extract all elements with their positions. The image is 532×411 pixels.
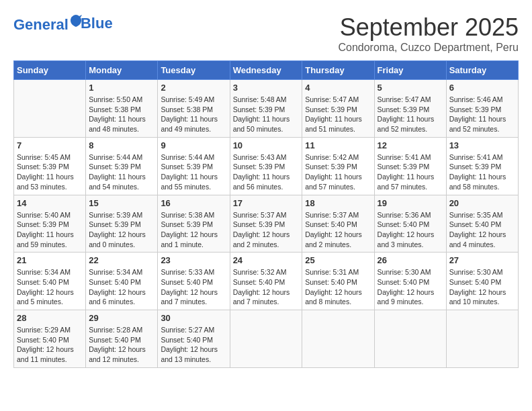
header-row: SundayMondayTuesdayWednesdayThursdayFrid… — [14, 61, 519, 80]
day-header-wednesday: Wednesday — [230, 61, 302, 80]
calendar-cell: 22Sunrise: 5:34 AM Sunset: 5:40 PM Dayli… — [86, 253, 158, 310]
calendar-cell: 18Sunrise: 5:37 AM Sunset: 5:40 PM Dayli… — [302, 195, 374, 253]
day-number: 21 — [17, 255, 83, 265]
location: Condoroma, Cuzco Department, Peru — [338, 42, 519, 54]
day-info: Sunrise: 5:45 AM Sunset: 5:39 PM Dayligh… — [17, 152, 83, 192]
calendar-cell: 26Sunrise: 5:30 AM Sunset: 5:40 PM Dayli… — [374, 253, 446, 310]
day-info: Sunrise: 5:36 AM Sunset: 5:40 PM Dayligh… — [378, 210, 443, 250]
day-number: 29 — [89, 313, 154, 323]
day-header-thursday: Thursday — [302, 61, 374, 80]
day-header-sunday: Sunday — [14, 61, 86, 80]
calendar-cell: 25Sunrise: 5:31 AM Sunset: 5:40 PM Dayli… — [302, 253, 374, 310]
day-number: 23 — [161, 255, 226, 265]
calendar-cell — [14, 80, 86, 138]
title-area: September 2025 Condoroma, Cuzco Departme… — [338, 13, 519, 54]
day-number: 3 — [233, 83, 300, 93]
calendar-cell: 6Sunrise: 5:46 AM Sunset: 5:39 PM Daylig… — [446, 80, 518, 138]
day-info: Sunrise: 5:27 AM Sunset: 5:40 PM Dayligh… — [161, 325, 226, 365]
day-number: 10 — [233, 140, 300, 150]
day-info: Sunrise: 5:35 AM Sunset: 5:40 PM Dayligh… — [449, 210, 515, 250]
day-info: Sunrise: 5:43 AM Sunset: 5:39 PM Dayligh… — [233, 152, 300, 192]
calendar-cell: 29Sunrise: 5:28 AM Sunset: 5:40 PM Dayli… — [86, 310, 158, 368]
day-number: 5 — [378, 83, 443, 93]
week-row: 1Sunrise: 5:50 AM Sunset: 5:38 PM Daylig… — [14, 80, 519, 138]
calendar-cell: 5Sunrise: 5:47 AM Sunset: 5:39 PM Daylig… — [374, 80, 446, 138]
calendar-cell: 24Sunrise: 5:32 AM Sunset: 5:40 PM Dayli… — [230, 253, 302, 310]
day-number: 6 — [449, 83, 515, 93]
day-info: Sunrise: 5:46 AM Sunset: 5:39 PM Dayligh… — [449, 95, 515, 134]
week-row: 28Sunrise: 5:29 AM Sunset: 5:40 PM Dayli… — [14, 310, 519, 368]
calendar-cell: 23Sunrise: 5:33 AM Sunset: 5:40 PM Dayli… — [158, 253, 230, 310]
day-header-tuesday: Tuesday — [158, 61, 230, 80]
day-info: Sunrise: 5:37 AM Sunset: 5:40 PM Dayligh… — [305, 210, 371, 250]
calendar-cell: 11Sunrise: 5:42 AM Sunset: 5:39 PM Dayli… — [302, 137, 374, 195]
day-info: Sunrise: 5:48 AM Sunset: 5:39 PM Dayligh… — [233, 95, 300, 134]
calendar-cell — [230, 310, 302, 368]
calendar-cell: 2Sunrise: 5:49 AM Sunset: 5:38 PM Daylig… — [158, 80, 230, 138]
day-number: 15 — [89, 198, 154, 208]
day-number: 19 — [378, 198, 443, 208]
week-row: 7Sunrise: 5:45 AM Sunset: 5:39 PM Daylig… — [14, 137, 519, 195]
calendar-cell: 27Sunrise: 5:30 AM Sunset: 5:40 PM Dayli… — [446, 253, 518, 310]
day-info: Sunrise: 5:34 AM Sunset: 5:40 PM Dayligh… — [89, 267, 154, 307]
day-number: 28 — [17, 313, 83, 323]
day-number: 26 — [378, 255, 443, 265]
day-info: Sunrise: 5:31 AM Sunset: 5:40 PM Dayligh… — [305, 267, 371, 307]
day-number: 25 — [305, 255, 371, 265]
calendar-cell: 15Sunrise: 5:39 AM Sunset: 5:39 PM Dayli… — [86, 195, 158, 253]
day-header-friday: Friday — [374, 61, 446, 80]
calendar-table: SundayMondayTuesdayWednesdayThursdayFrid… — [13, 60, 519, 368]
day-info: Sunrise: 5:50 AM Sunset: 5:38 PM Dayligh… — [89, 95, 154, 134]
page-header: General Blue September 2025 Condoroma, C… — [13, 13, 519, 54]
day-number: 4 — [305, 83, 371, 93]
day-header-monday: Monday — [86, 61, 158, 80]
week-row: 14Sunrise: 5:40 AM Sunset: 5:39 PM Dayli… — [14, 195, 519, 253]
calendar-cell: 7Sunrise: 5:45 AM Sunset: 5:39 PM Daylig… — [14, 137, 86, 195]
calendar-cell — [302, 310, 374, 368]
calendar-cell: 20Sunrise: 5:35 AM Sunset: 5:40 PM Dayli… — [446, 195, 518, 253]
logo-text: General — [13, 13, 82, 33]
day-number: 14 — [17, 198, 83, 208]
day-info: Sunrise: 5:47 AM Sunset: 5:39 PM Dayligh… — [305, 95, 371, 134]
day-number: 12 — [378, 140, 443, 150]
day-info: Sunrise: 5:41 AM Sunset: 5:39 PM Dayligh… — [378, 152, 443, 192]
day-number: 22 — [89, 255, 154, 265]
day-info: Sunrise: 5:44 AM Sunset: 5:39 PM Dayligh… — [89, 152, 154, 192]
day-number: 24 — [233, 255, 300, 265]
day-info: Sunrise: 5:47 AM Sunset: 5:39 PM Dayligh… — [378, 95, 443, 134]
month-title: September 2025 — [338, 13, 519, 42]
day-info: Sunrise: 5:49 AM Sunset: 5:38 PM Dayligh… — [161, 95, 226, 134]
calendar-cell: 9Sunrise: 5:44 AM Sunset: 5:39 PM Daylig… — [158, 137, 230, 195]
day-info: Sunrise: 5:29 AM Sunset: 5:40 PM Dayligh… — [17, 325, 83, 365]
calendar-cell: 14Sunrise: 5:40 AM Sunset: 5:39 PM Dayli… — [14, 195, 86, 253]
calendar-cell: 12Sunrise: 5:41 AM Sunset: 5:39 PM Dayli… — [374, 137, 446, 195]
logo: General Blue — [13, 13, 113, 33]
day-number: 30 — [161, 313, 226, 323]
day-number: 11 — [305, 140, 371, 150]
day-info: Sunrise: 5:30 AM Sunset: 5:40 PM Dayligh… — [378, 267, 443, 307]
day-info: Sunrise: 5:37 AM Sunset: 5:39 PM Dayligh… — [233, 210, 300, 250]
day-info: Sunrise: 5:30 AM Sunset: 5:40 PM Dayligh… — [449, 267, 515, 307]
day-number: 7 — [17, 140, 83, 150]
day-number: 18 — [305, 198, 371, 208]
day-number: 16 — [161, 198, 226, 208]
calendar-cell — [374, 310, 446, 368]
calendar-cell: 21Sunrise: 5:34 AM Sunset: 5:40 PM Dayli… — [14, 253, 86, 310]
calendar-cell: 4Sunrise: 5:47 AM Sunset: 5:39 PM Daylig… — [302, 80, 374, 138]
day-number: 27 — [449, 255, 515, 265]
calendar-cell: 16Sunrise: 5:38 AM Sunset: 5:39 PM Dayli… — [158, 195, 230, 253]
day-info: Sunrise: 5:39 AM Sunset: 5:39 PM Dayligh… — [89, 210, 154, 250]
calendar-cell: 10Sunrise: 5:43 AM Sunset: 5:39 PM Dayli… — [230, 137, 302, 195]
day-info: Sunrise: 5:41 AM Sunset: 5:39 PM Dayligh… — [449, 152, 515, 192]
calendar-cell: 13Sunrise: 5:41 AM Sunset: 5:39 PM Dayli… — [446, 137, 518, 195]
week-row: 21Sunrise: 5:34 AM Sunset: 5:40 PM Dayli… — [14, 253, 519, 310]
day-number: 8 — [89, 140, 154, 150]
day-info: Sunrise: 5:32 AM Sunset: 5:40 PM Dayligh… — [233, 267, 300, 307]
day-info: Sunrise: 5:38 AM Sunset: 5:39 PM Dayligh… — [161, 210, 226, 250]
day-info: Sunrise: 5:44 AM Sunset: 5:39 PM Dayligh… — [161, 152, 226, 192]
calendar-cell — [446, 310, 518, 368]
logo-text2: Blue — [81, 15, 113, 32]
calendar-cell: 1Sunrise: 5:50 AM Sunset: 5:38 PM Daylig… — [86, 80, 158, 138]
day-header-saturday: Saturday — [446, 61, 518, 80]
day-number: 13 — [449, 140, 515, 150]
